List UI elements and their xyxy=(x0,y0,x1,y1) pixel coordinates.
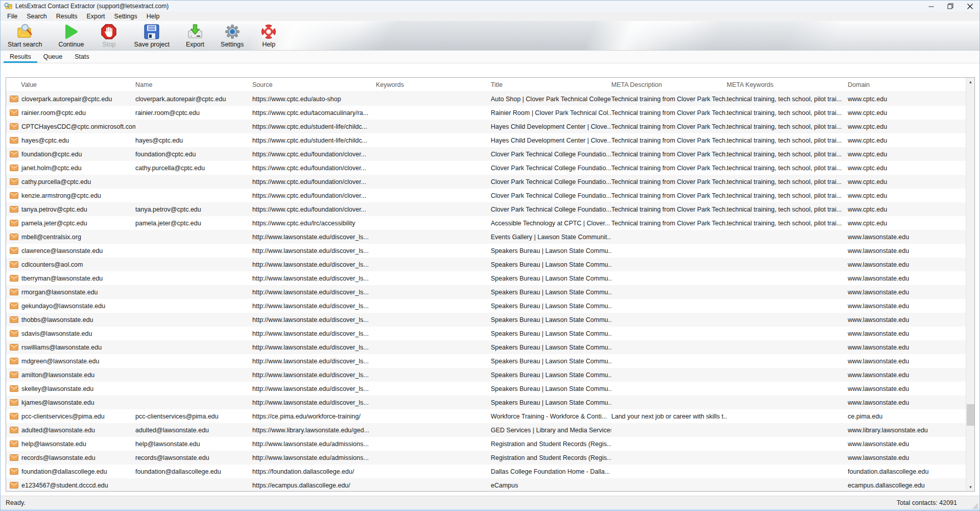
table-row[interactable]: skelley@lawsonstate.eduhttp://www.lawson… xyxy=(6,382,966,396)
tab-queue[interactable]: Queue xyxy=(37,51,69,63)
table-row[interactable]: clawrence@lawsonstate.eduhttp://www.laws… xyxy=(6,244,966,258)
table-row[interactable]: janet.holm@cptc.educathy.purcella@cptc.e… xyxy=(6,161,966,175)
table-row[interactable]: pcc-clientservices@pima.edupcc-clientser… xyxy=(6,409,966,423)
table-row[interactable]: rmorgan@lawsonstate.eduhttp://www.lawson… xyxy=(6,285,966,299)
email-envelope-icon xyxy=(10,137,18,144)
table-row[interactable]: hayes@cptc.eduhayes@cptc.eduhttps://www.… xyxy=(6,133,966,147)
email-envelope-icon xyxy=(10,427,18,433)
cell-domain: www.lawsonstate.edu xyxy=(848,275,966,282)
table-row[interactable]: foundation@cptc.edufoundation@cptc.eduht… xyxy=(6,147,966,161)
cell-domain: www.lawsonstate.edu xyxy=(848,358,966,365)
cell-domain: www.lawsonstate.edu xyxy=(848,385,966,392)
table-row[interactable]: cdlcounters@aol.comhttp://www.lawsonstat… xyxy=(6,258,966,271)
column-header-source[interactable]: Source xyxy=(252,81,376,88)
cell-meta_description: Technical training from Clover Park Tech… xyxy=(611,192,727,199)
cell-source: https://ce.pima.edu/workforce-training/ xyxy=(252,413,376,420)
table-row[interactable]: pamela.jeter@cptc.edupamela.jeter@cptc.e… xyxy=(6,216,966,230)
column-header-meta-description[interactable]: META Description xyxy=(611,81,727,88)
table-row[interactable]: foundation@dallascollege.edufoundation@d… xyxy=(6,464,966,478)
cell-domain: www.cptc.edu xyxy=(848,192,966,199)
cell-title: Registration and Student Records (Regis.… xyxy=(491,440,611,448)
email-envelope-icon xyxy=(10,220,18,226)
column-header-title[interactable]: Title xyxy=(491,81,611,88)
toolbar-button-label: Stop xyxy=(103,41,116,48)
column-header-domain[interactable]: Domain xyxy=(848,81,966,88)
start-search-button[interactable]: Start search xyxy=(4,22,46,49)
scrollbar-thumb[interactable] xyxy=(967,404,974,426)
scrollbar-down-arrow-icon[interactable]: ▼ xyxy=(966,483,975,491)
app-window: LetsExtract Contact Extractor (support@l… xyxy=(0,0,980,511)
column-header-meta-keywords[interactable]: META Keywords xyxy=(727,81,848,88)
table-row[interactable]: cloverpark.autorepair@cptc.educloverpark… xyxy=(6,92,966,106)
results-panel: Value Name Source Keywords Title META De… xyxy=(1,63,979,496)
table-row[interactable]: rainier.room@cptc.edurainier.room@cptc.e… xyxy=(6,106,966,120)
cell-source: http://www.lawsonstate.edu/discover_ls..… xyxy=(252,399,376,406)
cell-meta_description: Technical training from Clover Park Tech… xyxy=(611,151,727,158)
settings-button[interactable]: Settings xyxy=(217,22,248,49)
cell-value: rainier.room@cptc.edu xyxy=(6,109,135,117)
cell-domain: www.lawsonstate.edu xyxy=(848,344,966,351)
cell-source: https://www.cptc.edu/foundation/clover..… xyxy=(252,192,376,199)
save-project-button[interactable]: Save project xyxy=(130,22,173,49)
column-header-name[interactable]: Name xyxy=(135,81,252,88)
cell-source: http://www.lawsonstate.edu/discover_ls..… xyxy=(252,358,376,365)
table-row[interactable]: cathy.purcella@cptc.eduhttps://www.cptc.… xyxy=(6,175,966,189)
cell-source: https://www.cptc.edu/student-life/childc… xyxy=(252,123,376,130)
menu-search[interactable]: Search xyxy=(22,12,52,21)
cell-value: amilton@lawsonstate.edu xyxy=(6,371,135,379)
table-row[interactable]: kenzie.armstrong@cptc.eduhttps://www.cpt… xyxy=(6,189,966,202)
vertical-scrollbar[interactable]: ▲ ▼ xyxy=(966,78,974,491)
cell-value: rswilliams@lawsonstate.edu xyxy=(6,344,135,351)
cell-source: https://www.cptc.edu/foundation/clover..… xyxy=(252,206,376,213)
scrollbar-up-arrow-icon[interactable]: ▲ xyxy=(966,78,975,86)
resize-grip-icon[interactable] xyxy=(970,501,978,509)
cell-value: CPTCHayesCDC@cptc.onmicrosoft.com xyxy=(6,123,135,130)
table-row[interactable]: records@lawsonstate.edurecords@lawsonsta… xyxy=(6,451,966,464)
cell-source: http://www.lawsonstate.edu/discover_ls..… xyxy=(252,289,376,296)
email-envelope-icon xyxy=(10,275,18,282)
table-row[interactable]: adulted@lawsonstate.eduadulted@lawsonsta… xyxy=(6,423,966,437)
table-row[interactable]: amilton@lawsonstate.eduhttp://www.lawson… xyxy=(6,368,966,382)
email-envelope-icon xyxy=(10,234,18,240)
table-row[interactable]: help@lawsonstate.eduhelp@lawsonstate.edu… xyxy=(6,437,966,451)
tab-results[interactable]: Results xyxy=(4,51,37,63)
cell-title: Clover Park Technical College Foundatio.… xyxy=(491,206,611,213)
restore-button[interactable] xyxy=(941,1,960,12)
column-header-value[interactable]: Value xyxy=(6,81,135,88)
menu-results[interactable]: Results xyxy=(52,12,82,21)
menu-export[interactable]: Export xyxy=(82,12,109,21)
table-row[interactable]: CPTCHayesCDC@cptc.onmicrosoft.comhttps:/… xyxy=(6,120,966,133)
table-row[interactable]: gekundayo@lawsonstate.eduhttp://www.laws… xyxy=(6,299,966,313)
menu-help[interactable]: Help xyxy=(142,12,164,21)
email-envelope-icon xyxy=(10,165,18,171)
table-row[interactable]: tberryman@lawsonstate.eduhttp://www.laws… xyxy=(6,271,966,285)
table-row[interactable]: rswilliams@lawsonstate.eduhttp://www.law… xyxy=(6,340,966,354)
minimize-button[interactable] xyxy=(921,1,941,12)
cell-source: http://www.lawsonstate.edu/discover_ls..… xyxy=(252,275,376,282)
table-row[interactable]: sdavis@lawsonstate.eduhttp://www.lawsons… xyxy=(6,327,966,340)
close-button[interactable] xyxy=(960,1,979,12)
export-button[interactable]: Export xyxy=(182,22,208,49)
help-button[interactable]: Help xyxy=(256,22,281,49)
table-row[interactable]: kjames@lawsonstate.eduhttp://www.lawsons… xyxy=(6,396,966,409)
stop-button[interactable]: Stop xyxy=(96,22,122,49)
cell-value: tanya.petrov@cptc.edu xyxy=(6,206,135,213)
table-row[interactable]: thobbs@lawsonstate.eduhttp://www.lawsons… xyxy=(6,313,966,327)
cell-domain: www.lawsonstate.edu xyxy=(848,316,966,323)
close-icon xyxy=(967,4,973,9)
menu-file[interactable]: File xyxy=(3,12,22,21)
table-row[interactable]: e1234567@student.dcccd.eduhttps://ecampu… xyxy=(6,478,966,492)
cell-name: cathy.purcella@cptc.edu xyxy=(135,165,252,172)
menu-settings[interactable]: Settings xyxy=(110,12,142,21)
stop-hand-icon xyxy=(100,23,117,40)
table-row[interactable]: mdgreen@lawsonstate.eduhttp://www.lawson… xyxy=(6,354,966,368)
column-header-keywords[interactable]: Keywords xyxy=(376,81,491,88)
email-envelope-icon xyxy=(10,440,18,447)
table-row[interactable]: mbell@centralsix.orghttp://www.lawsonsta… xyxy=(6,230,966,244)
cell-domain: www.cptc.edu xyxy=(848,109,966,117)
tab-stats[interactable]: Stats xyxy=(68,51,95,63)
continue-button[interactable]: Continue xyxy=(54,22,88,49)
email-envelope-icon xyxy=(10,261,18,268)
cell-title: eCampus xyxy=(491,482,611,489)
table-row[interactable]: tanya.petrov@cptc.edutanya.petrov@cptc.e… xyxy=(6,202,966,216)
